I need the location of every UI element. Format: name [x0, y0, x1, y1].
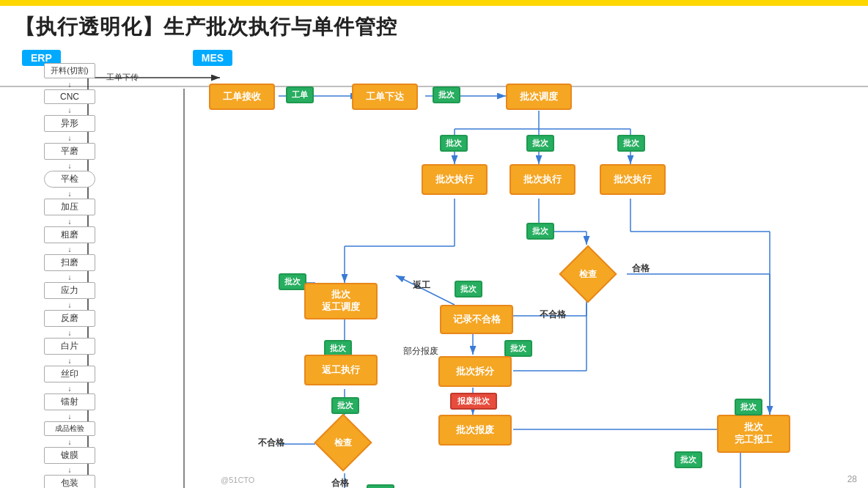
label-buhege-1: 不合格 [540, 308, 566, 321]
arrow-5: ↓ [33, 191, 106, 198]
process-jiaya: 加压 [44, 199, 95, 215]
page-number: 28 [847, 474, 857, 484]
label-pici-wangong-left: 批次 [674, 451, 702, 468]
label-hege-1: 合格 [632, 262, 650, 275]
box-pici-zhixing-1: 批次执行 [422, 164, 488, 195]
box-pici-chafen: 批次拆分 [438, 356, 512, 387]
main-content: 【执行透明化】生产批次执行与单件管控 ERP MES [0, 6, 868, 488]
label-pici-bufen: 批次 [504, 340, 532, 357]
label-pici-zhixing1-top: 批次 [440, 135, 468, 152]
process-cumo: 粗磨 [44, 226, 95, 243]
box-fangong-zhixing: 返工执行 [304, 355, 378, 385]
box-gongdan-jieshou: 工单接收 [209, 84, 275, 110]
label-pici-zhixing2-top: 批次 [526, 135, 554, 152]
flow-area: 开料(切割) ↓ CNC ↓ 异形 ↓ 平磨 ↓ 平检 ↓ 加压 ↓ 粗磨 ↓ … [0, 56, 868, 488]
label-fanggong: 返工 [413, 279, 430, 292]
arrow-12: ↓ [33, 385, 106, 393]
arrow-2: ↓ [33, 107, 106, 114]
label-gongdan-xiaochuan: 工单下传 [106, 72, 139, 83]
process-saomu: 扫磨 [44, 254, 95, 271]
process-yixing: 异形 [44, 115, 95, 132]
process-leishe: 镭射 [44, 393, 95, 410]
process-siyin: 丝印 [44, 366, 95, 382]
box-pici-fangong-diaodu: 批次返工调度 [304, 283, 378, 319]
label-pici-zhixing3-top: 批次 [617, 135, 645, 152]
arrow-3: ↓ [33, 135, 106, 142]
process-pingmo: 平磨 [44, 143, 95, 160]
arrow-6: ↓ [33, 218, 106, 226]
label-pici-wangong-top: 批次 [735, 399, 762, 415]
box-pici-zhixing-3: 批次执行 [600, 164, 666, 195]
box-pici-diaodu: 批次调度 [506, 84, 572, 110]
label-pici-hege2: 批次 [367, 484, 394, 488]
arrow-15: ↓ [33, 467, 106, 474]
top-bar [0, 0, 868, 6]
label-baofei-pici: 报废批次 [450, 393, 497, 410]
process-cnc: CNC [44, 89, 95, 104]
watermark: @51CTO [221, 476, 647, 484]
label-pici-1: 批次 [433, 86, 460, 103]
arrow-1: ↓ [33, 81, 106, 89]
arrow-10: ↓ [33, 330, 106, 337]
label-pici-fangong: 批次 [279, 273, 306, 290]
process-jiaoyan: 成品检验 [44, 421, 95, 436]
diamond-jiancha-1: 检查 [559, 245, 617, 303]
process-baipian: 白片 [44, 338, 95, 355]
label-bufen-baofei: 部分报废 [403, 345, 438, 358]
box-pici-baofei: 批次报废 [438, 415, 512, 446]
arrow-4: ↓ [33, 163, 106, 170]
process-dumu: 镀膜 [44, 447, 95, 464]
diamond-jiancha-2: 检查 [314, 413, 372, 472]
process-fanmo: 反磨 [44, 310, 95, 327]
box-pici-zhixing-2: 批次执行 [510, 164, 575, 195]
label-pici-jiancha2: 批次 [331, 397, 359, 414]
page-title: 【执行透明化】生产批次执行与单件管控 [15, 13, 853, 41]
arrow-7: ↓ [33, 246, 106, 254]
process-pingjian: 平检 [44, 171, 95, 188]
label-pici-jilu: 批次 [455, 281, 482, 297]
label-buhege-2: 不合格 [258, 437, 284, 449]
erp-process-list: 开料(切割) ↓ CNC ↓ 异形 ↓ 平磨 ↓ 平检 ↓ 加压 ↓ 粗磨 ↓ … [33, 63, 106, 488]
arrow-11: ↓ [33, 358, 106, 365]
arrow-8: ↓ [33, 274, 106, 281]
process-kailiao: 开料(切割) [44, 63, 95, 78]
arrow-9: ↓ [33, 302, 106, 309]
label-gongdan: 工单 [286, 86, 314, 103]
box-gongdan-xiada: 工单下达 [352, 84, 418, 110]
arrow-14: ↓ [33, 439, 106, 446]
process-yingli: 应力 [44, 282, 95, 299]
label-pici-jiancha: 批次 [526, 223, 554, 240]
box-jilu-buhege: 记录不合格 [440, 305, 513, 334]
erp-mes-separator [183, 89, 185, 488]
process-baozhuang: 包装 [44, 475, 95, 488]
box-pici-wangong-baogong: 批次完工报工 [717, 415, 790, 453]
arrow-13: ↓ [33, 413, 106, 421]
